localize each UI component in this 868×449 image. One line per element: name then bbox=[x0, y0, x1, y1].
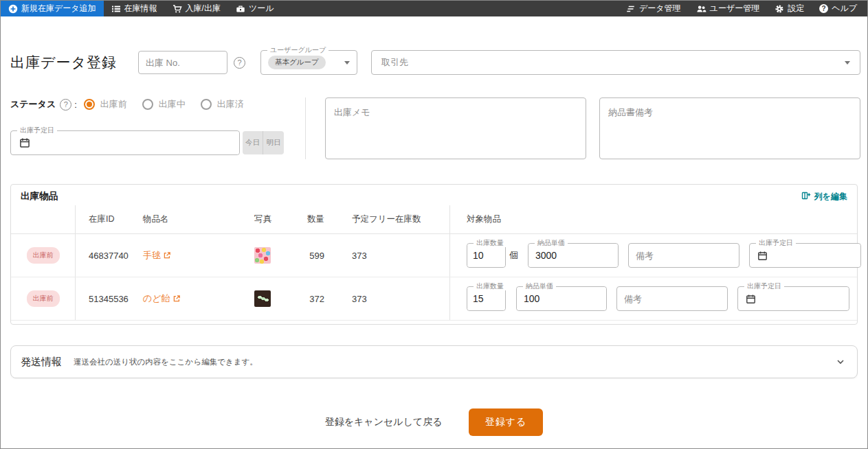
status-label: ステータス bbox=[10, 98, 56, 111]
chevron-down-icon bbox=[845, 61, 850, 65]
help-icon[interactable]: ? bbox=[60, 99, 71, 111]
nav-tab-new-stock-data[interactable]: 新規在庫データ追加 bbox=[1, 1, 104, 16]
gear-icon bbox=[775, 4, 784, 14]
delivery-note-remarks-textarea[interactable] bbox=[599, 97, 860, 159]
status-radio-group: ステータス ? : 出庫前 出庫中 出庫済 bbox=[10, 97, 284, 111]
user-group-label: ユーザーグループ bbox=[267, 46, 329, 54]
stock-id-cell: 46837740 bbox=[76, 234, 143, 277]
cancel-button[interactable]: 登録をキャンセルして戻る bbox=[325, 416, 443, 428]
scheduled-date-label: 出庫予定日 bbox=[17, 126, 57, 135]
scheduled-date-field[interactable]: 出庫予定日 bbox=[10, 130, 240, 155]
column-header-target-items: 対象物品 bbox=[449, 205, 857, 233]
nav-tab-inbound-outbound[interactable]: 入庫/出庫 bbox=[165, 1, 228, 16]
unit-price-field[interactable]: 納品単価 bbox=[528, 243, 619, 268]
row-ship-date-field[interactable]: 出庫予定日 bbox=[749, 243, 861, 268]
radio-icon[interactable] bbox=[84, 99, 95, 110]
unit-price-field[interactable]: 納品単価 bbox=[516, 286, 607, 311]
status-date-column: ステータス ? : 出庫前 出庫中 出庫済 出庫予定日 bbox=[10, 97, 284, 159]
row-ship-date-field[interactable]: 出庫予定日 bbox=[737, 286, 849, 311]
radio-icon[interactable] bbox=[142, 99, 153, 110]
external-link-icon bbox=[163, 251, 171, 260]
column-header-item-name: 物品名 bbox=[143, 205, 254, 233]
quantity-cell: 599 bbox=[297, 234, 335, 277]
navbar-right-group: データ管理 ユーザー管理 設定 ? ヘルプ bbox=[619, 1, 867, 16]
row-ship-date-label: 出庫予定日 bbox=[756, 239, 796, 247]
submit-button[interactable]: 登録する bbox=[469, 408, 544, 436]
cart-icon bbox=[173, 4, 182, 14]
column-header-stock-id: 在庫ID bbox=[76, 205, 143, 233]
nav-tab-help[interactable]: ? ヘルプ bbox=[812, 1, 865, 16]
nav-tab-label: 設定 bbox=[788, 3, 804, 14]
page-header: 出庫データ登録 ? ユーザーグループ 基本グループ 取引先 bbox=[10, 49, 860, 76]
shipping-info-title: 発送情報 bbox=[21, 356, 62, 369]
calendar-icon[interactable] bbox=[19, 137, 30, 148]
chevron-down-icon bbox=[344, 61, 350, 65]
nav-tab-user-management[interactable]: ユーザー管理 bbox=[689, 1, 768, 16]
radio-option-shipped[interactable]: 出庫済 bbox=[201, 98, 244, 111]
shipment-no-input[interactable] bbox=[138, 51, 227, 74]
top-navbar: 新規在庫データ追加 在庫情報 入庫/出庫 ツール データ bbox=[1, 1, 867, 16]
planned-free-stock-cell: 373 bbox=[335, 234, 449, 277]
shipment-details-section: ステータス ? : 出庫前 出庫中 出庫済 出庫予定日 bbox=[10, 97, 860, 159]
footer-actions: 登録をキャンセルして戻る 登録する bbox=[1, 408, 867, 436]
today-button[interactable]: 今日 bbox=[243, 131, 263, 154]
client-placeholder: 取引先 bbox=[381, 56, 408, 69]
nav-tab-tools[interactable]: ツール bbox=[228, 1, 282, 16]
users-icon bbox=[696, 4, 706, 14]
nav-tab-label: 新規在庫データ追加 bbox=[21, 3, 96, 14]
column-header-badge bbox=[11, 205, 76, 233]
unit-price-label: 納品単価 bbox=[523, 282, 556, 290]
help-icon[interactable]: ? bbox=[234, 57, 245, 69]
list-icon bbox=[111, 4, 121, 14]
nav-tab-label: ヘルプ bbox=[832, 3, 857, 14]
remarks-input[interactable] bbox=[628, 243, 739, 268]
user-group-select[interactable]: ユーザーグループ 基本グループ bbox=[260, 50, 357, 75]
product-photo[interactable] bbox=[254, 290, 271, 307]
item-name-link[interactable]: のど飴 bbox=[143, 292, 181, 305]
item-name-link[interactable]: 手毬 bbox=[143, 249, 171, 262]
ship-quantity-field[interactable]: 出庫数量 bbox=[467, 243, 506, 268]
radio-option-before-shipping[interactable]: 出庫前 bbox=[84, 98, 127, 111]
remarks-input[interactable] bbox=[616, 286, 728, 311]
row-ship-date-label: 出庫予定日 bbox=[744, 282, 784, 290]
stock-id-cell: 51345536 bbox=[76, 277, 143, 320]
nav-tab-label: 在庫情報 bbox=[124, 3, 157, 14]
table-header-row: 在庫ID 物品名 写真 数量 予定フリー在庫数 対象物品 bbox=[11, 205, 857, 234]
plus-circle-icon bbox=[8, 4, 18, 14]
nav-tab-stock-info[interactable]: 在庫情報 bbox=[104, 1, 165, 16]
nav-tab-label: ユーザー管理 bbox=[710, 3, 760, 14]
shipping-info-subtitle: 運送会社の送り状の内容をここから編集できます。 bbox=[74, 357, 258, 367]
status-badge: 出庫前 bbox=[27, 247, 60, 264]
radio-label: 出庫前 bbox=[100, 98, 127, 111]
product-photo[interactable] bbox=[254, 247, 271, 264]
item-name-label: 手毬 bbox=[143, 249, 161, 262]
ship-quantity-label: 出庫数量 bbox=[474, 282, 507, 290]
ship-quantity-input[interactable] bbox=[467, 287, 505, 310]
radio-label: 出庫中 bbox=[159, 98, 186, 111]
unit-price-input[interactable] bbox=[517, 287, 606, 310]
row-ship-date-input[interactable] bbox=[756, 287, 849, 310]
scheduled-date-input[interactable] bbox=[30, 131, 239, 154]
calendar-icon[interactable] bbox=[746, 294, 756, 304]
ship-quantity-field[interactable]: 出庫数量 bbox=[467, 286, 506, 311]
outbound-items-panel: 出庫物品 列を編集 在庫ID 物品名 写真 数量 予定フリー在庫数 対象物品 出… bbox=[10, 184, 858, 325]
calendar-icon[interactable] bbox=[757, 251, 768, 261]
tomorrow-button[interactable]: 明日 bbox=[263, 131, 284, 154]
nav-tab-data-management[interactable]: データ管理 bbox=[619, 1, 689, 16]
target-item-fields: 出庫数量 個 納品単価 出庫予定日 bbox=[467, 234, 868, 277]
shipping-memo-textarea[interactable] bbox=[325, 97, 586, 159]
nav-tab-label: データ管理 bbox=[639, 3, 681, 14]
unit-price-input[interactable] bbox=[528, 244, 618, 267]
ship-quantity-input[interactable] bbox=[467, 244, 505, 267]
edit-columns-button[interactable]: 列を編集 bbox=[801, 191, 847, 203]
row-ship-date-input[interactable] bbox=[768, 244, 860, 267]
help-circle-icon: ? bbox=[819, 4, 828, 13]
shipping-info-accordion[interactable]: 発送情報 運送会社の送り状の内容をここから編集できます。 bbox=[10, 345, 858, 378]
client-select[interactable]: 取引先 bbox=[371, 50, 860, 75]
radio-option-shipping[interactable]: 出庫中 bbox=[142, 98, 186, 111]
chevron-down-icon[interactable] bbox=[835, 356, 846, 367]
nav-tab-settings[interactable]: 設定 bbox=[767, 1, 812, 16]
quantity-cell: 372 bbox=[297, 277, 335, 320]
radio-icon[interactable] bbox=[201, 99, 212, 110]
status-colon: : bbox=[74, 100, 77, 110]
